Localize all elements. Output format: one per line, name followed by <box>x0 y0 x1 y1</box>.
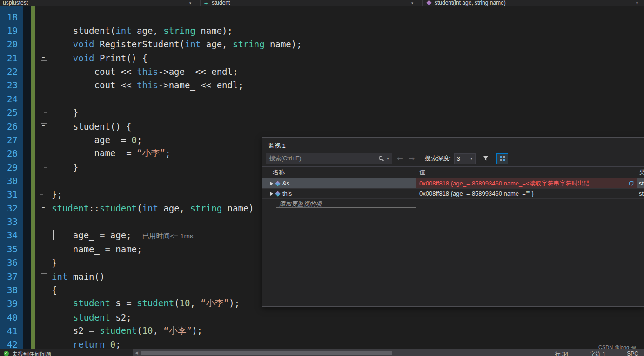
watch-row[interactable]: &s0x008ff818 {age_=-858993460 name_=<读取字… <box>262 178 644 189</box>
change-bar-cell <box>31 65 35 78</box>
code-text[interactable]: return 0; <box>35 339 121 349</box>
breakpoint-margin-cell[interactable] <box>23 188 31 201</box>
breakpoint-margin-cell[interactable] <box>23 106 31 119</box>
watch-value-cell[interactable]: 0x008ff818 {age_=-858993460 name_=<读取字符串… <box>416 178 637 188</box>
column-header-value[interactable]: 值 <box>416 168 637 177</box>
change-bar-cell <box>31 256 35 269</box>
chevron-down-icon: ▾ <box>411 1 414 6</box>
search-icon[interactable] <box>377 156 385 162</box>
breakpoint-margin-cell[interactable] <box>23 65 31 78</box>
breakpoint-margin-cell[interactable] <box>23 38 31 51</box>
code-text[interactable]: cout << this->age_ << endl; <box>35 66 238 77</box>
code-line[interactable]: 41 s2 = student(10, “小李”); <box>0 324 644 337</box>
scope-dropdown[interactable]: → student ▾ <box>201 0 423 6</box>
breakpoint-margin-cell[interactable] <box>23 147 31 160</box>
breakpoint-margin-cell[interactable] <box>23 160 31 174</box>
back-icon[interactable]: ← <box>396 154 404 163</box>
breakpoint-margin-cell[interactable] <box>23 10 31 24</box>
code-line[interactable]: 26 student() { <box>0 119 644 133</box>
code-text[interactable]: void Print() { <box>35 53 148 63</box>
filter-icon[interactable] <box>480 153 492 164</box>
code-text[interactable]: name_ = name; <box>35 244 142 254</box>
document-health-indicator[interactable]: 未找到任何问题 <box>0 349 133 356</box>
breakpoint-margin-cell[interactable] <box>23 270 31 283</box>
line-number: 42 <box>0 339 23 349</box>
search-depth-dropdown[interactable]: 3 ▾ <box>454 153 476 164</box>
chevron-down-icon[interactable]: ▾ <box>385 156 392 161</box>
watch-type-cell: st <box>637 178 644 188</box>
code-text[interactable]: student(int age, string name); <box>35 26 233 36</box>
current-statement-highlight <box>52 229 261 241</box>
expand-arrow-icon[interactable] <box>270 192 273 196</box>
watch-name-cell[interactable]: &s <box>262 178 416 188</box>
watch-search-box[interactable]: 搜索(Ctrl+E) ▾ <box>266 153 392 164</box>
breakpoint-margin-cell[interactable] <box>23 92 31 105</box>
column-header-type[interactable]: 类 <box>637 168 644 177</box>
code-text[interactable]: age_ = 0; <box>35 135 142 145</box>
fold-collapse-icon[interactable] <box>41 55 47 61</box>
watch-type: st <box>639 190 644 197</box>
code-line[interactable]: 18 <box>0 10 644 24</box>
code-line[interactable]: 40 student s2; <box>0 310 644 324</box>
column-divider[interactable] <box>416 167 416 207</box>
change-bar-cell <box>31 229 35 242</box>
breakpoint-margin-cell[interactable] <box>23 119 31 133</box>
column-divider[interactable] <box>637 167 637 207</box>
code-text[interactable]: s2 = student(10, “小李”); <box>35 325 202 337</box>
code-text[interactable]: student s = student(10, “小李”); <box>35 297 240 310</box>
code-text[interactable]: student s2; <box>35 312 132 323</box>
change-bar-cell <box>31 283 35 297</box>
code-text[interactable]: }; <box>35 189 62 199</box>
breakpoint-margin-cell[interactable] <box>23 24 31 37</box>
horizontal-scrollbar[interactable]: ◀ 行 34 字符 1 SPC <box>133 349 644 356</box>
code-line[interactable]: 21 void Print() { <box>0 51 644 65</box>
member-dropdown[interactable]: student(int age, string name) ▾ <box>423 0 644 6</box>
code-text[interactable]: void RegisterStudent(int age, string nam… <box>35 39 302 49</box>
breakpoint-margin-cell[interactable] <box>23 201 31 215</box>
fold-collapse-icon[interactable] <box>41 205 47 211</box>
add-watch-input[interactable]: 添加要监视的项 <box>276 200 416 208</box>
scroll-left-icon[interactable]: ◀ <box>135 350 138 355</box>
forward-icon[interactable]: → <box>408 154 416 163</box>
code-text[interactable]: student::student(int age, string name) <box>35 203 254 213</box>
change-bar-cell <box>31 201 35 215</box>
watch-row[interactable]: this0x008ff818 {age_=-858993460 name_=""… <box>262 189 644 199</box>
code-line[interactable]: 24 <box>0 92 644 105</box>
breakpoint-margin-cell[interactable] <box>23 256 31 269</box>
code-line[interactable]: 22 cout << this->age_ << endl; <box>0 65 644 78</box>
fold-collapse-icon[interactable] <box>41 123 47 129</box>
code-line[interactable]: 20 void RegisterStudent(int age, string … <box>0 38 644 51</box>
watch-value-cell[interactable]: 0x008ff818 {age_=-858993460 name_="" } <box>416 189 637 198</box>
breakpoint-margin-cell[interactable] <box>23 242 31 256</box>
breakpoint-margin-cell[interactable] <box>23 283 31 297</box>
breakpoint-margin-cell[interactable] <box>23 215 31 228</box>
breakpoint-margin-cell[interactable] <box>23 79 31 92</box>
code-line[interactable]: 19 student(int age, string name); <box>0 24 644 37</box>
code-text[interactable]: cout << this->name_ << endl; <box>35 80 243 90</box>
project-dropdown[interactable]: usplustest ▾ <box>0 0 201 6</box>
code-text[interactable]: name_ = “小李”; <box>35 147 170 159</box>
breakpoint-margin-cell[interactable] <box>23 297 31 310</box>
breakpoint-margin-cell[interactable] <box>23 229 31 242</box>
expand-arrow-icon[interactable] <box>270 182 273 185</box>
code-line[interactable]: 25 } <box>0 106 644 119</box>
watch-panel-title[interactable]: 监视 1 <box>262 138 644 151</box>
line-number: 23 <box>0 80 23 90</box>
scrollbar-thumb[interactable] <box>141 351 392 355</box>
code-text[interactable]: student() { <box>35 121 132 132</box>
watch-rows: &s0x008ff818 {age_=-858993460 name_=<读取字… <box>262 178 644 199</box>
line-number: 38 <box>0 285 23 295</box>
breakpoint-margin-cell[interactable] <box>23 51 31 65</box>
refresh-value-icon[interactable] <box>628 180 634 186</box>
hex-display-icon[interactable] <box>496 153 508 164</box>
breakpoint-margin-cell[interactable] <box>23 310 31 324</box>
add-watch-row[interactable]: 添加要监视的项 <box>262 199 644 209</box>
breakpoint-margin-cell[interactable] <box>23 174 31 187</box>
column-header-name[interactable]: 名称 <box>262 168 416 177</box>
breakpoint-margin-cell[interactable] <box>23 133 31 146</box>
watch-name-cell[interactable]: this <box>262 189 416 198</box>
breakpoint-margin-cell[interactable] <box>23 324 31 337</box>
code-line[interactable]: 23 cout << this->name_ << endl; <box>0 79 644 92</box>
fold-collapse-icon[interactable] <box>41 273 47 279</box>
bottom-strip: 未找到任何问题 ◀ 行 34 字符 1 SPC <box>0 349 644 356</box>
